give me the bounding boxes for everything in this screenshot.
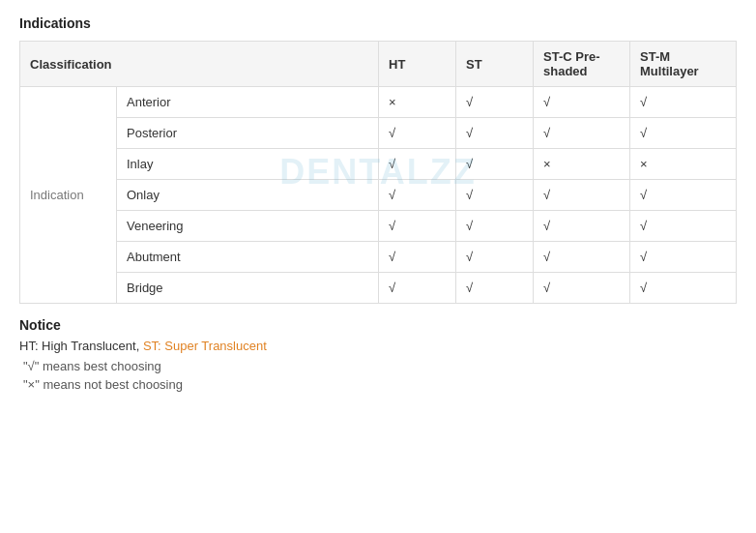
notice-ht-text: HT: High Translucent, ST: Super Transluc… [19,339,737,353]
row-veneering-st: √ [456,211,534,242]
row-veneering-stm: √ [630,211,737,242]
table-row: Inlay √ √ × × [20,149,737,180]
row-abutment-label: Abutment [117,242,379,273]
notice-title: Notice [19,317,737,333]
row-abutment-ht: √ [379,242,456,273]
table-container: DENTALZZ Classification HT ST ST-C Pre-s… [19,41,737,304]
row-bridge-stc: √ [534,273,630,304]
row-inlay-stm: × [630,149,737,180]
row-posterior-ht: √ [379,118,456,149]
indication-rowspan-label: Indication [20,87,117,304]
row-posterior-stc: √ [534,118,630,149]
col-header-ht: HT [379,42,456,87]
st-label: ST: Super Translucent [143,339,267,353]
row-inlay-ht: √ [379,149,456,180]
row-inlay-label: Inlay [117,149,379,180]
col-header-stm: ST-M Multilayer [630,42,737,87]
col-header-stc: ST-C Pre-shaded [534,42,630,87]
row-onlay-label: Onlay [117,180,379,211]
notice-cross-item: "×" means not best choosing [19,377,737,392]
row-bridge-stm: √ [630,273,737,304]
row-bridge-ht: √ [379,273,456,304]
row-abutment-stm: √ [630,242,737,273]
table-row: Bridge √ √ √ √ [20,273,737,304]
row-onlay-stm: √ [630,180,737,211]
row-posterior-label: Posterior [117,118,379,149]
row-veneering-stc: √ [534,211,630,242]
row-anterior-stc: √ [534,87,630,118]
notice-check-item: "√" means best choosing [19,359,737,373]
row-abutment-stc: √ [534,242,630,273]
row-onlay-stc: √ [534,180,630,211]
table-row: Onlay √ √ √ √ [20,180,737,211]
row-abutment-st: √ [456,242,534,273]
row-posterior-stm: √ [630,118,737,149]
row-veneering-label: Veneering [117,211,379,242]
col-header-classification: Classification [20,42,379,87]
row-inlay-st: √ [456,149,534,180]
ht-label: HT: High Translucent, [19,339,143,353]
cross-quote: "×" means not best choosing [23,377,183,392]
row-bridge-st: √ [456,273,534,304]
row-anterior-stm: √ [630,87,737,118]
row-posterior-st: √ [456,118,534,149]
check-quote: "√" means best choosing [23,359,161,373]
row-onlay-ht: √ [379,180,456,211]
table-row: Indication Anterior × √ √ √ [20,87,737,118]
table-row: Veneering √ √ √ √ [20,211,737,242]
table-header-row: Classification HT ST ST-C Pre-shaded ST-… [20,42,737,87]
indications-section: Indications DENTALZZ Classification HT S… [19,15,737,304]
notice-section: Notice HT: High Translucent, ST: Super T… [19,317,737,392]
row-onlay-st: √ [456,180,534,211]
row-anterior-ht: × [379,87,456,118]
row-bridge-label: Bridge [117,273,379,304]
row-inlay-stc: × [534,149,630,180]
col-header-st: ST [456,42,534,87]
indications-title: Indications [19,15,737,31]
row-anterior-st: √ [456,87,534,118]
row-anterior-label: Anterior [117,87,379,118]
row-veneering-ht: √ [379,211,456,242]
table-row: Posterior √ √ √ √ [20,118,737,149]
table-row: Abutment √ √ √ √ [20,242,737,273]
indications-table: Classification HT ST ST-C Pre-shaded ST-… [19,41,737,304]
